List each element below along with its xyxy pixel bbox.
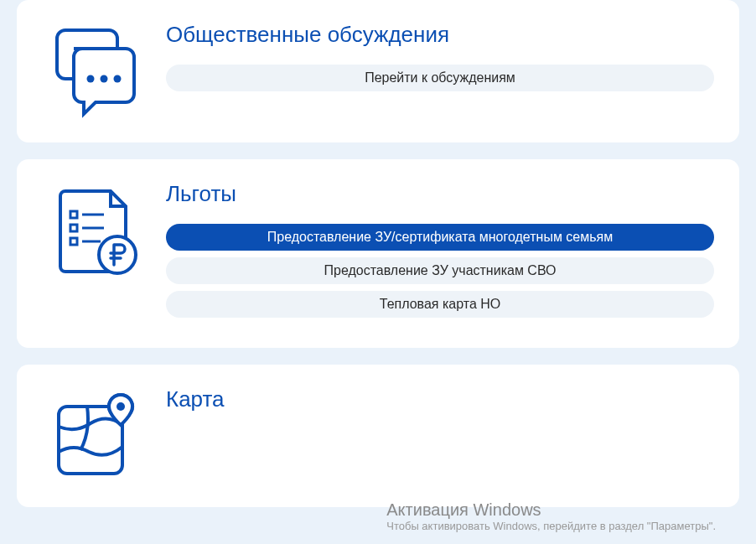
svg-point-3	[114, 75, 122, 83]
benefit-item-multifamily[interactable]: Предоставление ЗУ/сертификата многодетны…	[166, 224, 714, 251]
card-benefits-body: Льготы Предоставление ЗУ/сертификата мно…	[166, 178, 714, 324]
card-map: Карта	[17, 365, 739, 507]
watermark-subtitle: Чтобы активировать Windows, перейдите в …	[386, 520, 716, 532]
go-to-discussions-button[interactable]: Перейти к обсуждениям	[166, 65, 714, 91]
benefit-item-heatmap[interactable]: Тепловая карта НО	[166, 291, 714, 318]
card-discussions-title: Общественные обсуждения	[166, 22, 714, 48]
map-pin-icon	[42, 383, 142, 484]
chat-bubbles-icon	[42, 18, 142, 119]
svg-point-10	[99, 236, 136, 273]
card-map-title: Карта	[166, 386, 714, 412]
svg-point-2	[101, 75, 108, 83]
card-benefits: Льготы Предоставление ЗУ/сертификата мно…	[17, 159, 739, 348]
document-ruble-icon	[42, 178, 142, 278]
card-discussions-body: Общественные обсуждения Перейти к обсужд…	[166, 18, 714, 98]
benefit-item-svo[interactable]: Предоставление ЗУ участникам СВО	[166, 257, 714, 284]
card-benefits-title: Льготы	[166, 181, 714, 207]
svg-point-12	[117, 402, 125, 411]
card-discussions: Общественные обсуждения Перейти к обсужд…	[17, 0, 739, 142]
card-map-body: Карта	[166, 383, 714, 429]
svg-point-1	[87, 75, 95, 83]
